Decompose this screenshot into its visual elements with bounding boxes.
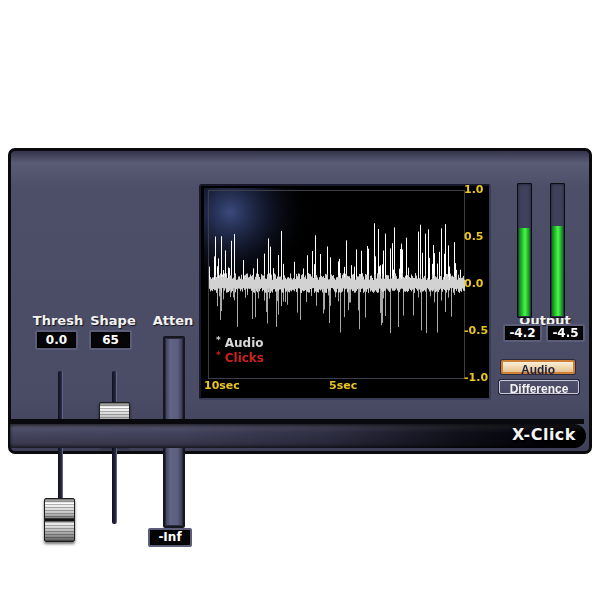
legend-audio: *Audio (216, 335, 264, 350)
ytick--1.0: -1.0 (464, 371, 492, 385)
plugin-title: X-Click (512, 425, 576, 444)
screenshot-stage: Thresh 0.0 Shape 65 Atten -Inf Output 1.… (0, 0, 600, 600)
audio-mode-button[interactable]: Audio (501, 360, 575, 374)
thresh-value-display: 0.0 (35, 330, 78, 350)
legend-audio-label: Audio (225, 336, 264, 350)
legend-clicks-label: Clicks (225, 351, 264, 365)
ytick--0.5: -0.5 (464, 324, 492, 338)
ytick-1.0: 1.0 (464, 183, 492, 197)
shape-value-display: 65 (89, 330, 132, 350)
ytick-0.0: 0.0 (464, 277, 492, 291)
legend-clicks: *Clicks (216, 350, 264, 365)
title-bar: X-Click (10, 424, 586, 448)
output-value-right: -4.5 (546, 324, 585, 342)
output-meter-right (550, 183, 565, 318)
atten-label: Atten (151, 313, 195, 328)
shape-label: Shape (90, 313, 136, 328)
difference-mode-button[interactable]: Difference (499, 380, 579, 394)
legend-clicks-marker: * (216, 350, 221, 360)
xtick-10sec: 10sec (204, 379, 240, 392)
ytick-0.5: 0.5 (464, 230, 492, 244)
output-meter-right-fill (552, 226, 563, 316)
thresh-label: Thresh (32, 313, 84, 328)
thresh-slider-handle[interactable] (44, 498, 75, 542)
output-meter-left-fill (519, 228, 530, 316)
output-meter-left (517, 183, 532, 318)
atten-value-display: -Inf (148, 528, 192, 547)
output-value-left: -4.2 (503, 324, 542, 342)
legend-audio-marker: * (216, 335, 221, 345)
xtick-5sec: 5sec (329, 379, 357, 392)
